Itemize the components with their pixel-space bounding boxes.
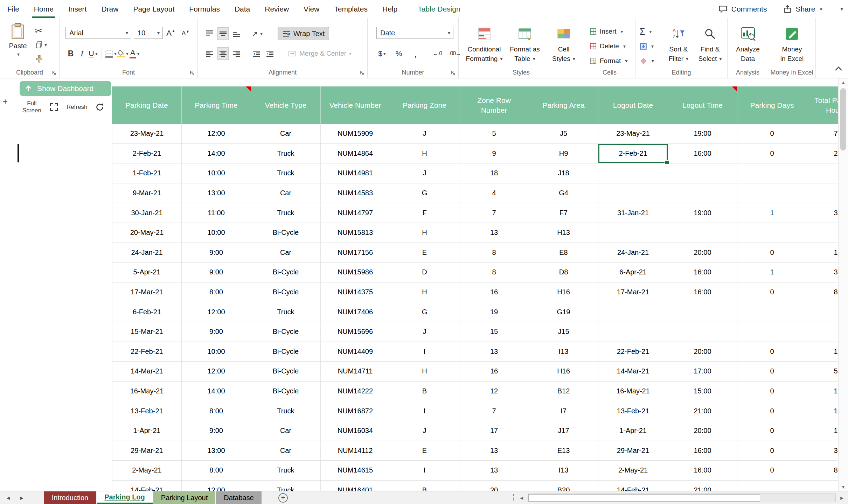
cell[interactable]: 8 [807, 461, 838, 480]
cell[interactable]: 13:00 [182, 441, 251, 461]
sort-filter-button[interactable]: AZ Sort & Filter▾ [663, 23, 694, 63]
menu-item-home[interactable]: Home [27, 0, 61, 18]
cell[interactable]: B12 [529, 382, 598, 401]
cell[interactable] [807, 183, 838, 203]
menu-item-file[interactable]: File [0, 0, 27, 18]
cell[interactable]: 1 [807, 342, 838, 362]
sheet-tab-introduction[interactable]: Introduction [44, 491, 96, 504]
column-header[interactable]: Vehicle Type [251, 86, 321, 124]
cell[interactable]: NUM14375 [321, 282, 390, 302]
cell[interactable]: 15:00 [668, 382, 737, 401]
cell[interactable]: 13-Feb-21 [598, 401, 668, 421]
cell[interactable]: 17-Mar-21 [112, 282, 182, 302]
cell[interactable]: E8 [529, 243, 598, 262]
cell[interactable]: I13 [529, 342, 598, 362]
cell[interactable]: 5-Apr-21 [112, 262, 182, 282]
full-screen-button[interactable]: Full Screen [22, 100, 41, 114]
cell[interactable]: 12 [459, 382, 529, 401]
cell[interactable] [737, 481, 807, 491]
cell[interactable] [668, 163, 737, 183]
cell[interactable]: NUM17156 [321, 243, 390, 262]
cell[interactable]: E13 [529, 441, 598, 461]
cell[interactable] [737, 163, 807, 183]
cell[interactable]: I13 [529, 461, 598, 480]
cell[interactable]: H9 [529, 144, 598, 163]
cell[interactable]: J [390, 421, 459, 441]
cell[interactable]: 16 [459, 282, 529, 302]
borders-button[interactable]: ▾ [105, 47, 117, 60]
cell[interactable]: 14:00 [182, 382, 251, 401]
cell[interactable]: Truck [251, 163, 321, 183]
cell[interactable]: 0 [737, 461, 807, 480]
sheet-tab-database[interactable]: Database [216, 491, 262, 504]
cell[interactable]: Car [251, 183, 321, 203]
money-in-excel-button[interactable]: Money in Excel [771, 23, 813, 63]
cell[interactable] [737, 223, 807, 243]
cell[interactable]: G19 [529, 302, 598, 322]
menu-item-page-layout[interactable]: Page Layout [126, 0, 182, 18]
cell[interactable]: 12:00 [182, 481, 251, 491]
increase-indent-button[interactable] [264, 47, 276, 60]
cell[interactable]: 9 [459, 144, 529, 163]
decrease-indent-button[interactable] [251, 47, 262, 60]
cell[interactable]: H16 [529, 362, 598, 381]
cell[interactable] [807, 322, 838, 342]
alignment-dialog-launcher-icon[interactable] [359, 70, 365, 76]
cell[interactable]: 8:00 [182, 461, 251, 480]
cell[interactable]: 13:00 [182, 183, 251, 203]
cell[interactable]: 13 [459, 342, 529, 362]
cell[interactable]: Bi-Cycle [251, 362, 321, 381]
align-top-button[interactable] [204, 27, 215, 40]
analyze-data-button[interactable]: Analyze Data [730, 23, 765, 63]
align-right-button[interactable] [231, 47, 242, 60]
format-painter-button[interactable] [35, 53, 43, 65]
cell[interactable]: 1-Apr-21 [598, 421, 668, 441]
fill-button[interactable]: ▾ [640, 40, 654, 52]
cell[interactable]: 17 [459, 421, 529, 441]
cell[interactable]: 29-Mar-21 [112, 441, 182, 461]
cell[interactable]: J15 [529, 322, 598, 342]
cell[interactable]: 20 [459, 481, 529, 491]
cell[interactable]: 10:00 [182, 342, 251, 362]
cell[interactable]: 8 [459, 262, 529, 282]
cell[interactable]: G [390, 183, 459, 203]
cell[interactable]: 3 [807, 203, 838, 223]
cell[interactable] [668, 223, 737, 243]
autosum-button[interactable]: Σ▾ [640, 26, 652, 37]
collapse-ribbon-chevron-icon[interactable] [835, 66, 842, 74]
number-dialog-launcher-icon[interactable] [450, 70, 456, 76]
clipboard-dialog-launcher-icon[interactable] [51, 70, 57, 76]
cell[interactable]: 0 [737, 124, 807, 144]
cell[interactable]: NUM14797 [321, 203, 390, 223]
column-header[interactable]: Zone Row Number [459, 86, 529, 124]
cell[interactable] [737, 322, 807, 342]
cell[interactable]: 0 [737, 342, 807, 362]
cell[interactable]: 14-Feb-21 [112, 481, 182, 491]
cell[interactable]: 19 [459, 302, 529, 322]
percent-style-button[interactable]: % [393, 47, 404, 60]
cell[interactable]: J18 [529, 163, 598, 183]
cell[interactable] [807, 163, 838, 183]
increase-font-size-button[interactable]: A▲ [165, 27, 176, 40]
cell[interactable]: 7 [459, 401, 529, 421]
cell[interactable]: 16 [459, 362, 529, 381]
column-header[interactable]: Total Parking Hours [807, 86, 838, 124]
cell[interactable]: 3 [807, 262, 838, 282]
font-color-button[interactable]: A▾ [129, 47, 140, 60]
cell[interactable]: D8 [529, 262, 598, 282]
column-header[interactable]: Parking Area [529, 86, 598, 124]
cell[interactable]: I7 [529, 401, 598, 421]
ribbon-display-options-chevron[interactable]: ▾ [840, 6, 843, 12]
share-button[interactable]: Share ▾ [783, 5, 822, 14]
cell[interactable]: 19:00 [668, 203, 737, 223]
cell[interactable] [598, 302, 668, 322]
font-dialog-launcher-icon[interactable] [189, 70, 195, 76]
cell[interactable]: Truck [251, 401, 321, 421]
cell[interactable]: NUM16034 [321, 421, 390, 441]
menu-item-table-design[interactable]: Table Design [410, 0, 467, 18]
cell[interactable]: Bi-Cycle [251, 322, 321, 342]
cell-styles-button[interactable]: Cell Styles▾ [547, 23, 581, 63]
column-header[interactable]: Parking Zone [390, 86, 459, 124]
cell[interactable]: 9-Mar-21 [112, 183, 182, 203]
column-header[interactable]: Logout Date [598, 86, 668, 124]
